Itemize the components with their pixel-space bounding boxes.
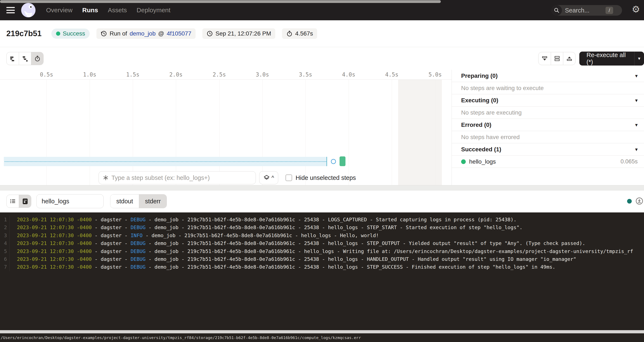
hide-unselected-label: Hide unselected steps xyxy=(296,174,356,181)
axis-tick: 0.5s xyxy=(40,72,53,78)
run-of-tag: Run of demo_job @ 4f105077 xyxy=(96,28,196,39)
axis-tick: 3.5s xyxy=(299,72,312,78)
gantt-toolbar: Hide not started steps Re-execute all (*… xyxy=(0,47,644,70)
view-timed-icon[interactable] xyxy=(31,52,43,65)
expand-bottom-icon[interactable] xyxy=(563,52,575,65)
section-empty-row: No steps are executing xyxy=(452,106,644,119)
panel-layout-group xyxy=(538,52,576,65)
graph-layers-button[interactable]: ^ xyxy=(259,171,278,184)
search-shortcut-key: / xyxy=(606,7,613,14)
axis-tick: 4.5s xyxy=(385,72,398,78)
gantt-time-axis: 0.5s 1.0s 1.5s 2.0s 2.5s 3.0s 3.5s 4.0s … xyxy=(0,70,452,80)
structured-log-icon[interactable] xyxy=(6,195,19,208)
step-bar-hello-logs[interactable] xyxy=(340,156,346,166)
succeeded-step-row[interactable]: hello_logs 0.065s xyxy=(452,156,644,168)
log-line: 72023-09-21 12:07:30 -0400 - dagster - D… xyxy=(0,263,644,271)
log-line: 32023-09-21 12:07:30 -0400 - dagster - I… xyxy=(0,232,644,240)
axis-tick: 3.0s xyxy=(256,72,269,78)
section-caret-icon[interactable]: ▾ xyxy=(635,146,638,152)
horizontal-scrollbar-thumb[interactable] xyxy=(0,0,441,3)
gantt-chart: 0.5s 1.0s 1.5s 2.0s 2.5s 3.0s 3.5s 4.0s … xyxy=(0,70,452,185)
nav-item-runs[interactable]: Runs xyxy=(82,6,98,14)
nav-item-deployment[interactable]: Deployment xyxy=(136,6,170,14)
section-caret-icon[interactable]: ▾ xyxy=(635,73,638,79)
log-line: 22023-09-21 12:07:30 -0400 - dagster - D… xyxy=(0,224,644,232)
split-panels-icon[interactable] xyxy=(551,52,563,65)
status-badge: Success xyxy=(52,28,90,39)
axis-tick: 1.0s xyxy=(83,72,96,78)
section-caret-icon[interactable]: ▾ xyxy=(635,98,638,103)
axis-tick: 5.0s xyxy=(428,72,442,78)
stream-tabs: stdout stderr xyxy=(110,194,167,208)
hide-unselected-checkbox[interactable] xyxy=(286,174,292,181)
axis-tick: 2.5s xyxy=(213,72,226,78)
log-line: 62023-09-21 12:07:30 -0400 - dagster - D… xyxy=(0,255,644,263)
log-line: 12023-09-21 12:07:30 -0400 - dagster - D… xyxy=(0,216,644,224)
dagster-logo-icon[interactable] xyxy=(20,2,36,18)
step-waiting-dotted-line xyxy=(5,161,326,162)
log-line: 42023-09-21 12:07:30 -0400 - dagster - D… xyxy=(0,240,644,247)
log-live-status-dot xyxy=(627,199,632,204)
log-file-path: /Users/erincochran/Desktop/dagster-examp… xyxy=(1,336,361,340)
section-empty-row: No steps are waiting to execute xyxy=(452,82,644,94)
reexecute-all-button[interactable]: Re-execute all (*) ▾ xyxy=(579,52,644,66)
menu-icon[interactable] xyxy=(6,7,15,13)
layers-icon xyxy=(264,174,270,181)
horizontal-scrollbar[interactable] xyxy=(0,330,644,333)
step-subset-row: ^ Hide unselected steps xyxy=(0,171,452,184)
stopwatch-icon xyxy=(286,30,292,37)
code-version-link[interactable]: 4f105077 xyxy=(166,30,191,37)
panel-splitter[interactable] xyxy=(0,185,644,190)
op-selector-icon xyxy=(102,174,109,181)
step-subset-field[interactable] xyxy=(98,171,256,184)
axis-tick: 1.5s xyxy=(126,72,140,78)
section-header-succeeded[interactable]: Succeeded (1) ▾ xyxy=(452,143,644,156)
collapse-caret: ^ xyxy=(272,174,274,181)
section-header-errored[interactable]: Errored (0) ▾ xyxy=(452,119,644,131)
step-subset-input[interactable] xyxy=(112,174,252,181)
top-nav: Overview Runs Assets Deployment / ⚙ xyxy=(0,0,644,20)
status-dot-icon xyxy=(56,32,60,36)
run-of-prefix: Run of xyxy=(110,30,127,37)
tab-stderr[interactable]: stderr xyxy=(139,194,166,208)
download-icon xyxy=(636,197,643,205)
tab-stdout[interactable]: stdout xyxy=(110,194,139,208)
hide-unselected-row: Hide unselected steps xyxy=(286,174,356,181)
section-empty-row: No steps have errored xyxy=(452,131,644,143)
section-header-executing[interactable]: Executing (0) ▾ xyxy=(452,94,644,106)
step-status-panel: Preparing (0) ▾ No steps are waiting to … xyxy=(452,70,644,185)
run-header: 219c7b51 Success Run of demo_job @ 4f105… xyxy=(0,20,644,47)
log-path-status-bar: /Users/erincochran/Desktop/dagster-examp… xyxy=(0,333,644,342)
at-separator: @ xyxy=(158,30,164,37)
step-duration: 0.065s xyxy=(620,158,638,165)
step-marker-circle xyxy=(331,159,336,164)
collapse-bottom-icon[interactable] xyxy=(538,52,551,65)
gantt-view-mode-group xyxy=(6,52,44,65)
log-line: 52023-09-21 12:07:30 -0400 - dagster - D… xyxy=(0,248,644,255)
global-search[interactable]: / xyxy=(552,5,622,16)
clock-icon xyxy=(206,30,213,37)
log-step-filter-input[interactable] xyxy=(42,198,98,205)
raw-log-icon[interactable] xyxy=(19,195,31,208)
search-icon xyxy=(552,5,562,16)
view-flat-icon[interactable] xyxy=(6,52,19,65)
duration-tag: 4.567s xyxy=(282,28,317,39)
history-icon xyxy=(101,30,107,37)
nav-item-overview[interactable]: Overview xyxy=(46,6,72,14)
settings-gear-icon[interactable]: ⚙ xyxy=(632,4,640,14)
view-waterfall-icon[interactable] xyxy=(19,52,31,65)
job-name-link[interactable]: demo_job xyxy=(130,30,156,37)
step-success-dot-icon xyxy=(461,159,466,164)
start-time-tag: Sep 21, 12:07:26 PM xyxy=(202,28,275,39)
axis-tick: 4.0s xyxy=(342,72,356,78)
log-view-mode-group xyxy=(6,195,31,208)
download-logs-button[interactable] xyxy=(636,197,643,205)
search-input[interactable] xyxy=(565,7,605,14)
log-step-filter[interactable] xyxy=(36,194,104,208)
section-header-preparing[interactable]: Preparing (0) ▾ xyxy=(452,70,644,82)
section-caret-icon[interactable]: ▾ xyxy=(635,122,638,128)
raw-log-viewer[interactable]: 12023-09-21 12:07:30 -0400 - dagster - D… xyxy=(0,212,644,330)
reexecute-dropdown-caret[interactable]: ▾ xyxy=(634,52,644,66)
nav-item-assets[interactable]: Assets xyxy=(108,6,127,14)
run-id-title: 219c7b51 xyxy=(6,29,42,38)
